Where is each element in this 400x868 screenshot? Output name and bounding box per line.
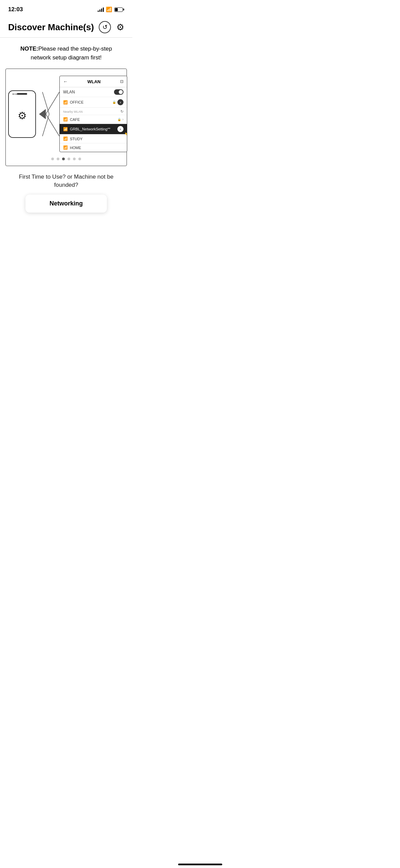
svg-line-3 [46, 92, 59, 114]
grbl-network-name: GRBL_NetworkSetting** [70, 127, 110, 131]
arrow-svg [39, 90, 59, 138]
nearby-label-text: Nearby WLAN [63, 110, 83, 113]
cafe-left: 📶 CAFE [63, 117, 80, 122]
wlan-panel-title: WLAN [88, 79, 101, 84]
wlan-office-row: 📶 OFFICE 🔒 › [60, 97, 127, 108]
nearby-wlan-label: Nearby WLAN ↻ [60, 108, 127, 115]
wlan-cafe-row: 📶 CAFE 🔒 › [60, 115, 127, 124]
grbl-left: 📶 GRBL_NetworkSetting** [63, 127, 110, 131]
wifi-symbol-study: 📶 [63, 137, 68, 141]
nearby-refresh-icon: ↻ [120, 109, 123, 114]
wlan-grbl-row[interactable]: 📶 GRBL_NetworkSetting** › 🤚 [60, 124, 127, 134]
wlan-toggle-label: WLAN [63, 90, 75, 94]
dot-3[interactable] [62, 158, 65, 160]
phone-time: 10:10 [12, 93, 17, 95]
home-network-name: HOME [70, 146, 81, 150]
wlan-panel-header: ← WLAN ⊡ [60, 76, 127, 87]
signal-bars-icon [98, 7, 104, 12]
header-actions: ↺ ⚙ [99, 21, 124, 33]
wlan-study-row: 📶 STUDY [60, 134, 127, 143]
office-network-right: 🔒 › [112, 99, 123, 105]
study-left: 📶 STUDY [63, 137, 82, 141]
office-info-btn: › [117, 99, 123, 105]
arrow-area [39, 90, 59, 138]
grbl-info-btn: › [117, 126, 123, 132]
wlan-panel: ← WLAN ⊡ WLAN 📶 OFFICE 🔒 [59, 76, 127, 152]
status-bar: 12:03 📶 [0, 0, 132, 17]
settings-button[interactable]: ⚙ [116, 22, 124, 33]
note-section: NOTE:Please read the step-by-step networ… [0, 44, 132, 62]
cafe-lock-icon: 🔒 [117, 118, 121, 121]
phone-illustration: 10:10 ⚙ [5, 90, 39, 138]
refresh-button[interactable]: ↺ [99, 21, 111, 33]
cafe-network-name: CAFE [70, 117, 80, 122]
phone-body: 10:10 ⚙ [8, 90, 36, 138]
page-title: Discover Machine(s) [8, 22, 94, 33]
svg-line-4 [46, 114, 59, 136]
battery-icon [114, 7, 124, 12]
wlan-back-icon: ← [63, 79, 68, 84]
dot-4[interactable] [68, 158, 70, 160]
dot-2[interactable] [57, 158, 59, 160]
carousel-dots [9, 158, 123, 160]
office-network-name: OFFICE [70, 100, 83, 104]
footer-text: First Time to Use? or Machine not be fou… [8, 173, 124, 189]
cafe-right: 🔒 › [117, 117, 123, 121]
note-body: Please read the step-by-step network set… [31, 46, 112, 61]
wifi-symbol-office: 📶 [63, 100, 68, 105]
header-divider [0, 37, 132, 38]
cafe-chevron-icon: › [122, 117, 123, 121]
dot-1[interactable] [51, 158, 54, 160]
wifi-status-icon: 📶 [106, 6, 112, 13]
wlan-home-row: 📶 HOME [60, 143, 127, 152]
wifi-symbol-cafe: 📶 [63, 117, 68, 122]
grbl-right: › [117, 126, 123, 132]
note-prefix: NOTE: [20, 46, 38, 52]
wifi-symbol-home: 📶 [63, 145, 68, 150]
status-time: 12:03 [8, 6, 23, 13]
diagram-inner: 10:10 ⚙ ← WLAN ⊡ [9, 76, 123, 152]
diagram-box: 10:10 ⚙ ← WLAN ⊡ [5, 69, 127, 166]
phone-gear-icon: ⚙ [18, 110, 27, 122]
hand-pointer-icon: 🤚 [123, 126, 127, 139]
toggle-circle [119, 90, 123, 94]
wifi-symbol-grbl: 📶 [63, 127, 68, 131]
office-lock-icon: 🔒 [112, 101, 116, 104]
office-network-left: 📶 OFFICE [63, 100, 83, 105]
home-left: 📶 HOME [63, 145, 81, 150]
wlan-toggle [114, 89, 123, 95]
status-icons: 📶 [98, 6, 124, 13]
dot-6[interactable] [78, 158, 81, 160]
dot-5[interactable] [73, 158, 76, 160]
svg-marker-2 [39, 109, 46, 119]
wlan-expand-icon: ⊡ [120, 79, 123, 84]
networking-button[interactable]: Networking [25, 195, 107, 213]
wlan-toggle-row: WLAN [60, 87, 127, 97]
note-text: NOTE:Please read the step-by-step networ… [10, 44, 122, 62]
phone-notch [17, 93, 27, 95]
header: Discover Machine(s) ↺ ⚙ [0, 17, 132, 37]
study-network-name: STUDY [70, 137, 82, 141]
